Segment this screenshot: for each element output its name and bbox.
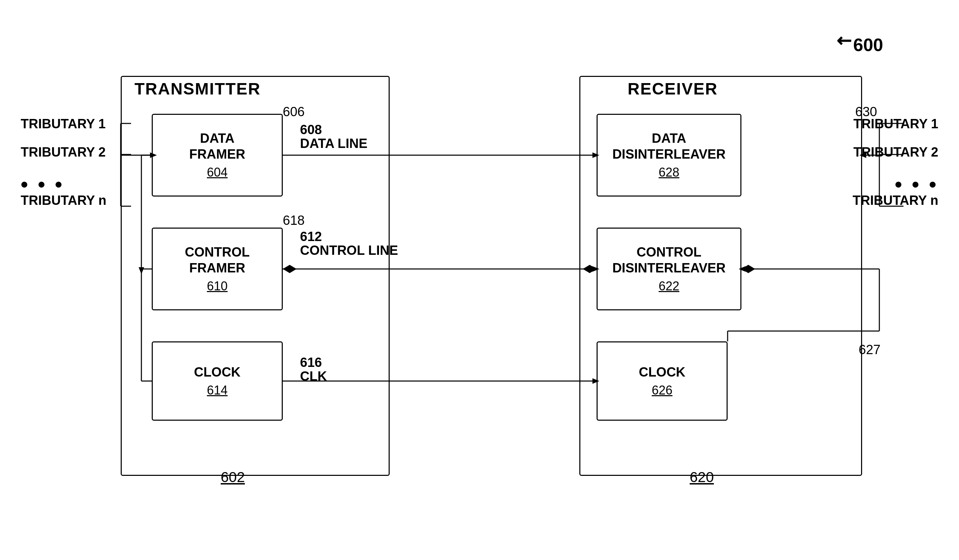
data-disinterleaver-title: DATADISINTERLEAVER bbox=[612, 131, 726, 162]
transmitter-label: TRANSMITTER bbox=[134, 79, 261, 98]
clock-626-id: 626 bbox=[652, 383, 672, 398]
clock-626-box: CLOCK 626 bbox=[597, 341, 728, 421]
control-framer-box: CONTROLFRAMER 610 bbox=[152, 228, 283, 310]
data-framer-title: DATAFRAMER bbox=[189, 131, 245, 162]
clock-614-box: CLOCK 614 bbox=[152, 341, 283, 421]
tributary-2-right: TRIBUTARY 2 bbox=[854, 145, 938, 160]
data-disinterleaver-id: 628 bbox=[659, 165, 679, 180]
tributary-1-left: TRIBUTARY 1 bbox=[21, 116, 105, 131]
receiver-label: RECEIVER bbox=[628, 79, 718, 98]
diagram: 600 ↙ TRANSMITTER DATAFRAMER 604 CONTROL… bbox=[0, 0, 959, 560]
transmitter-id: 602 bbox=[221, 469, 245, 485]
figure-number: 600 bbox=[853, 35, 883, 55]
data-line-ref: 608 bbox=[300, 123, 322, 137]
data-framer-id: 604 bbox=[207, 165, 228, 180]
clk-line-ref: 616 bbox=[300, 355, 322, 370]
control-disinterleaver-title: CONTROLDISINTERLEAVER bbox=[612, 245, 726, 276]
receiver-id: 620 bbox=[690, 469, 714, 485]
clk-line-label: CLK bbox=[300, 369, 327, 384]
tributary-2-left: TRIBUTARY 2 bbox=[21, 145, 105, 160]
control-framer-title: CONTROLFRAMER bbox=[185, 245, 250, 276]
control-line-label: CONTROL LINE bbox=[300, 243, 398, 258]
tributary-n-left: TRIBUTARY n bbox=[21, 193, 106, 208]
clock-614-title: CLOCK bbox=[194, 364, 241, 380]
data-framer-box: DATAFRAMER 604 bbox=[152, 114, 283, 197]
control-framer-id: 610 bbox=[207, 279, 228, 293]
ref-618: 618 bbox=[283, 213, 304, 228]
control-disinterleaver-box: CONTROLDISINTERLEAVER 622 bbox=[597, 228, 741, 310]
data-line-label: DATA LINE bbox=[300, 136, 368, 151]
control-line-ref: 612 bbox=[300, 229, 322, 244]
ref-630: 630 bbox=[855, 105, 877, 119]
tributary-dots-left: • • • bbox=[21, 172, 64, 196]
data-disinterleaver-box: DATADISINTERLEAVER 628 bbox=[597, 114, 741, 197]
clock-626-title: CLOCK bbox=[639, 364, 685, 380]
control-disinterleaver-id: 622 bbox=[659, 279, 679, 293]
clock-614-id: 614 bbox=[207, 383, 228, 398]
ref-627: 627 bbox=[859, 342, 880, 357]
ref-606: 606 bbox=[283, 105, 304, 119]
tributary-dots-right: • • • bbox=[895, 172, 938, 196]
tributary-n-right: TRIBUTARY n bbox=[853, 193, 938, 208]
